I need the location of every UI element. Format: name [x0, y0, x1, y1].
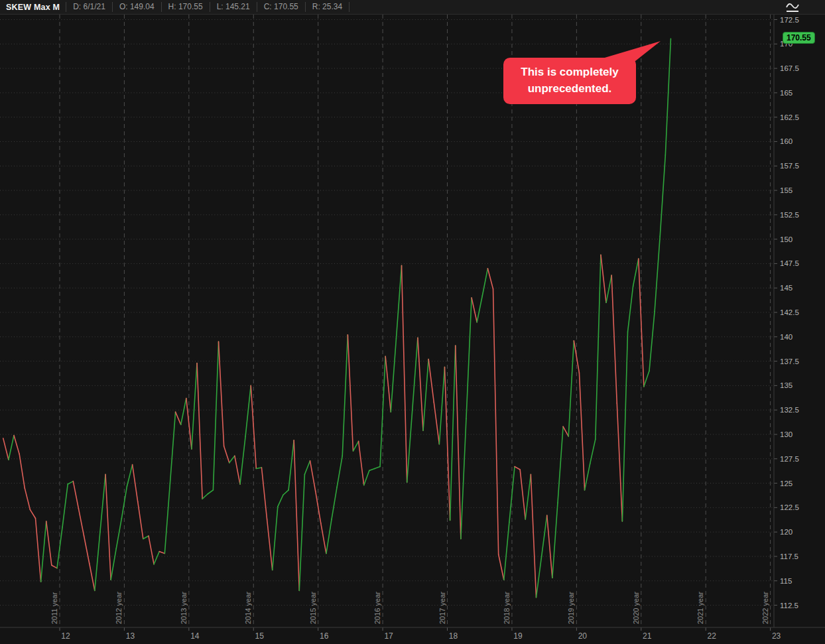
price-line-segment — [579, 373, 584, 490]
price-line-segment — [176, 412, 181, 424]
price-line-segment — [143, 536, 149, 539]
year-gridline-label: 2012 year — [115, 592, 123, 624]
year-gridline-label: 2014 year — [244, 592, 252, 624]
price-line-segment — [536, 556, 541, 598]
ohlc-stat: D: 6/1/21 — [66, 2, 112, 12]
price-line-segment — [359, 441, 364, 485]
time-axis-drag-area[interactable] — [0, 628, 825, 644]
price-line-segment — [547, 515, 552, 578]
price-line-segment — [633, 259, 639, 286]
price-line-segment — [52, 565, 57, 568]
price-chart-canvas[interactable]: 172.5170167.5165162.5160157.5155152.5150… — [0, 0, 825, 644]
price-line-segment — [482, 269, 487, 296]
price-line-segment — [30, 509, 35, 518]
price-line-segment — [35, 519, 40, 582]
trading-chart-window: 172.5170167.5165162.5160157.5155152.5150… — [0, 0, 825, 644]
price-line-segment — [256, 468, 261, 468]
ohlc-stat: R: 25.34 — [305, 2, 349, 12]
price-line-segment — [105, 474, 111, 580]
price-line-segment — [499, 554, 504, 580]
studies-squiggle-icon[interactable] — [785, 1, 800, 14]
price-line-segment — [62, 484, 68, 527]
price-line-segment — [418, 338, 423, 430]
price-line-segment — [628, 286, 633, 332]
price-line-segment — [111, 548, 116, 580]
price-line-segment — [46, 521, 52, 565]
price-line-segment — [348, 335, 353, 451]
price-line-segment — [515, 467, 520, 470]
price-line-segment — [9, 435, 14, 460]
price-line-segment — [644, 371, 649, 387]
year-gridline-label: 2022 year — [761, 592, 769, 624]
price-line-segment — [164, 483, 170, 554]
price-line-segment — [288, 440, 294, 490]
annotation-callout[interactable]: This is completely unprecedented. — [503, 58, 636, 104]
price-line-segment — [660, 155, 665, 236]
year-gridline-label: 2015 year — [309, 592, 317, 624]
price-line-segment — [3, 438, 9, 460]
price-line-segment — [493, 289, 499, 554]
price-line-segment — [95, 532, 100, 590]
price-line-segment — [466, 298, 472, 419]
price-line-segment — [665, 38, 670, 155]
price-line-segment — [84, 536, 90, 563]
price-line-segment — [68, 482, 73, 484]
price-line-segment — [520, 470, 525, 519]
year-gridline-label: 2013 year — [180, 592, 188, 624]
price-line-segment — [542, 515, 547, 556]
price-line-segment — [261, 468, 267, 519]
price-line-segment — [655, 236, 660, 311]
price-line-segment — [622, 332, 627, 521]
price-line-segment — [294, 440, 299, 591]
price-line-segment — [213, 342, 218, 490]
price-line-segment — [14, 435, 19, 454]
price-line-segment — [229, 456, 235, 462]
price-line-segment — [428, 359, 434, 403]
price-line-segment — [434, 402, 439, 444]
price-line-segment — [304, 461, 310, 475]
annotation-line2: unprecedented. — [528, 82, 612, 95]
price-line-segment — [601, 255, 606, 302]
price-line-segment — [558, 426, 563, 503]
price-line-segment — [342, 335, 348, 456]
year-gridline-label: 2019 year — [567, 592, 575, 624]
price-line-segment — [649, 312, 655, 371]
price-line-segment — [159, 552, 164, 554]
price-line-segment — [385, 356, 391, 412]
price-line-segment — [219, 342, 224, 446]
symbol-title[interactable]: SKEW Max M — [0, 3, 66, 12]
price-line-segment — [202, 494, 208, 499]
price-line-segment — [332, 487, 337, 519]
ohlc-stats: D: 6/1/21O: 149.04H: 170.55L: 145.21C: 1… — [66, 2, 349, 12]
price-line-segment — [456, 346, 461, 539]
year-gridline-label: 2020 year — [632, 592, 640, 624]
price-line-segment — [235, 456, 240, 484]
symbol-ohlc-bar: SKEW Max M D: 6/1/21O: 149.04H: 170.55L:… — [0, 0, 825, 15]
last-price-badge: 170.55 — [783, 32, 815, 44]
price-line-segment — [181, 399, 186, 425]
price-line-segment — [197, 363, 202, 499]
price-line-segment — [439, 367, 444, 444]
price-line-segment — [369, 468, 375, 470]
price-line-segment — [283, 490, 288, 495]
price-line-segment — [273, 507, 278, 570]
year-gridline-label: 2016 year — [373, 592, 381, 624]
annotation-line1: This is completely — [521, 66, 618, 78]
ohlc-stat: H: 170.55 — [161, 2, 210, 12]
price-line-segment — [552, 503, 558, 578]
price-line-segment — [596, 255, 601, 439]
price-line-segment — [337, 456, 342, 487]
price-line-segment — [461, 419, 466, 539]
price-line-segment — [525, 474, 531, 519]
price-line-segment — [611, 275, 617, 403]
price-line-segment — [504, 522, 509, 580]
price-line-segment — [391, 339, 396, 412]
price-line-segment — [25, 488, 30, 509]
price-line-segment — [364, 470, 369, 485]
ohlc-stat: C: 170.55 — [257, 2, 305, 12]
price-line-segment — [402, 265, 407, 482]
price-line-segment — [326, 519, 332, 554]
price-line-segment — [245, 385, 251, 436]
price-axis-drag-area[interactable] — [775, 14, 825, 627]
price-line-segment — [396, 265, 401, 338]
